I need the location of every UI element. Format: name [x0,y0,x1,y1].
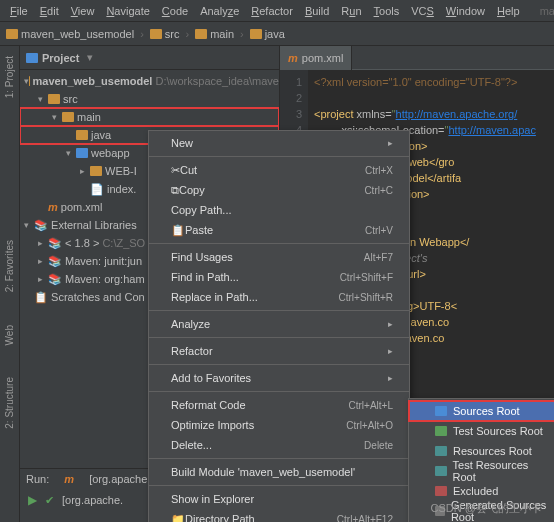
run-title: Run: [26,473,49,485]
menu-trail: maven_web [534,5,554,17]
ctx-add-fav[interactable]: Add to Favorites▸ [149,368,409,388]
menu-code[interactable]: Code [156,5,194,17]
folder-icon [435,406,447,416]
folder-icon [29,76,30,86]
menu-navigate[interactable]: Navigate [100,5,155,17]
menu-view[interactable]: View [65,5,101,17]
folder-icon [150,29,162,39]
sub-sources[interactable]: Sources Root [409,401,554,421]
ctx-delete[interactable]: Delete...Delete [149,435,409,455]
menu-file[interactable]: File [4,5,34,17]
bc-java[interactable]: java [250,28,285,40]
folder-icon [48,94,60,104]
tree-root[interactable]: ▾ maven_web_usemodel D:\workspace_idea\m… [20,72,279,90]
context-menu: New▸ ✂ CutCtrl+X ⧉ CopyCtrl+C Copy Path.… [148,130,410,522]
ctx-copy-path[interactable]: Copy Path... [149,200,409,220]
mark-dir-submenu: Sources Root Test Sources Root Resources… [408,398,554,522]
breadcrumb: maven_web_usemodel › src › main › java [0,22,554,46]
menu-vcs[interactable]: VCS [405,5,440,17]
folder-icon [76,130,88,140]
folder-icon [90,166,102,176]
ctx-dir-path[interactable]: 📁 Directory PathCtrl+Alt+F12 [149,509,409,522]
ctx-build[interactable]: Build Module 'maven_web_usemodel' [149,462,409,482]
menu-help[interactable]: Help [491,5,526,17]
menu-tools[interactable]: Tools [368,5,406,17]
tab-structure[interactable]: 2: Structure [4,371,15,435]
folder-icon [6,29,18,39]
ctx-reformat[interactable]: Reformat CodeCtrl+Alt+L [149,395,409,415]
bc-src[interactable]: src [150,28,180,40]
ctx-optimize[interactable]: Optimize ImportsCtrl+Alt+O [149,415,409,435]
ctx-refactor[interactable]: Refactor▸ [149,341,409,361]
folder-icon [250,29,262,39]
sub-test-res[interactable]: Test Resources Root [409,461,554,481]
tab-web[interactable]: Web [4,319,15,351]
sub-test-src[interactable]: Test Sources Root [409,421,554,441]
tab-project[interactable]: 1: Project [4,50,15,104]
tab-pom[interactable]: mpom.xml [280,46,352,70]
tree-main[interactable]: ▾ main [20,108,279,126]
ctx-show-explorer[interactable]: Show in Explorer [149,489,409,509]
editor-tabs: mpom.xml [280,46,554,70]
left-tool-gutter: 1: Project 2: Favorites Web 2: Structure [0,46,20,522]
tree-src[interactable]: ▾ src [20,90,279,108]
run-config[interactable]: [org.apache. [89,473,150,485]
folder-icon [435,466,447,476]
menu-window[interactable]: Window [440,5,491,17]
play-icon[interactable]: ▶ [28,493,37,507]
sub-gen-src[interactable]: Generated Sources Root [409,501,554,521]
ctx-new[interactable]: New▸ [149,133,409,153]
ctx-copy[interactable]: ⧉ CopyCtrl+C [149,180,409,200]
folder-icon [435,486,447,496]
menu-edit[interactable]: Edit [34,5,65,17]
ctx-find-in-path[interactable]: Find in Path...Ctrl+Shift+F [149,267,409,287]
menu-build[interactable]: Build [299,5,335,17]
folder-icon [76,148,88,158]
folder-icon [435,506,445,516]
ctx-cut[interactable]: ✂ CutCtrl+X [149,160,409,180]
bc-main[interactable]: main [195,28,234,40]
ctx-replace-in-path[interactable]: Replace in Path...Ctrl+Shift+R [149,287,409,307]
menu-run[interactable]: Run [335,5,367,17]
project-icon [26,53,38,63]
ctx-find-usages[interactable]: Find UsagesAlt+F7 [149,247,409,267]
folder-icon [435,426,447,436]
ctx-analyze[interactable]: Analyze▸ [149,314,409,334]
sub-resources[interactable]: Resources Root [409,441,554,461]
menu-refactor[interactable]: Refactor [245,5,299,17]
ctx-paste[interactable]: 📋 PasteCtrl+V [149,220,409,240]
folder-icon [435,446,447,456]
menu-bar: File Edit View Navigate Code Analyze Ref… [0,0,554,22]
tab-favorites[interactable]: 2: Favorites [4,234,15,298]
bc-root[interactable]: maven_web_usemodel [6,28,134,40]
folder-icon [62,112,74,122]
project-panel-header: Project ▾ [20,46,279,70]
folder-icon [195,29,207,39]
panel-title: Project [42,52,79,64]
run-status: [org.apache. [62,494,123,506]
menu-analyze[interactable]: Analyze [194,5,245,17]
sub-excluded[interactable]: Excluded [409,481,554,501]
